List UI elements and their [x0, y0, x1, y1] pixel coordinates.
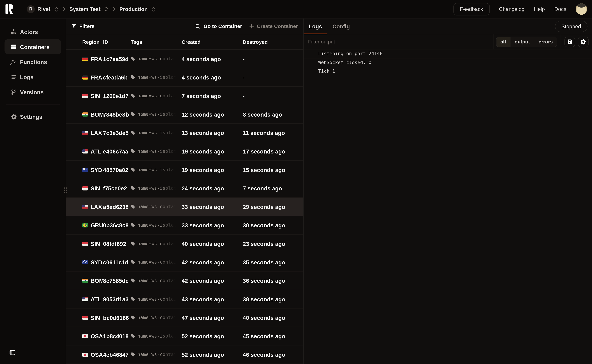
created-text: 43 seconds ago — [181, 296, 224, 302]
tab-config[interactable]: Config — [327, 19, 355, 34]
tags-cell: name=ws-isolate — [131, 186, 182, 191]
sidebar-collapse-icon[interactable] — [9, 350, 15, 356]
region-cell: SIN — [82, 314, 103, 321]
created-text: 12 seconds ago — [181, 111, 224, 117]
destroyed-text: 45 seconds ago — [243, 333, 285, 339]
table-row[interactable]: SYDc0611c1dname=ws-container42 seconds a… — [66, 253, 303, 272]
breadcrumb-label: Rivet — [37, 6, 50, 12]
tag-text: name=ws-isolate — [137, 222, 177, 228]
container-id-text: c0611c1d — [103, 259, 128, 265]
sidebar-item-versions[interactable]: Versions — [5, 84, 61, 100]
log-settings-button[interactable] — [578, 36, 589, 47]
container-id: 48570a02 — [103, 167, 131, 173]
created-text: 40 seconds ago — [181, 240, 224, 247]
destroyed-cell: - — [243, 56, 303, 62]
table-row[interactable]: OSA1b8c4018name=ws-isolate52 seconds ago… — [66, 327, 303, 345]
status-badge[interactable]: Stopped — [555, 21, 587, 32]
tag-text: name=ws-container — [137, 315, 177, 320]
log-filter-errors[interactable]: errors — [534, 37, 557, 46]
log-filter-all[interactable]: all — [496, 37, 510, 46]
destroyed-cell: 17 seconds ago — [243, 148, 303, 154]
region-cell: GRU — [82, 222, 103, 228]
filter-funnel-icon — [71, 24, 76, 29]
region-code: BOM — [91, 111, 104, 117]
breadcrumb-project-badge: R — [27, 5, 35, 13]
tag-icon — [131, 186, 135, 190]
sidebar-item-label: Versions — [20, 89, 43, 95]
tag-text: name=ws-isolate — [137, 112, 177, 117]
table-row[interactable]: LAX7c3e3de5name=ws-isolate13 seconds ago… — [66, 124, 303, 142]
region-code: SIN — [91, 240, 100, 247]
panel-resize-handle[interactable] — [63, 187, 67, 193]
log-filter-input[interactable] — [304, 34, 493, 49]
table-row[interactable]: SIN1260e1d7name=ws-container7 seconds ag… — [66, 87, 303, 105]
table-row[interactable]: LAXa5ed6238name=ws-container33 seconds a… — [66, 198, 303, 216]
table-row[interactable]: ATL9053d1a3name=ws-container43 seconds a… — [66, 290, 303, 309]
breadcrumb-label: System Test — [69, 6, 100, 12]
table-row[interactable]: BOM8c7585dcname=ws-container42 seconds a… — [66, 272, 303, 290]
sidebar-item-logs[interactable]: Logs — [5, 69, 61, 84]
region-code: SIN — [91, 185, 100, 191]
table-row[interactable]: BOM7348be3bname=ws-isolate12 seconds ago… — [66, 105, 303, 124]
region-code: SYD — [91, 259, 102, 265]
container-id-text: a5ed6238 — [103, 203, 129, 210]
tag-text: name=ws-isolate — [137, 333, 177, 339]
table-row[interactable]: OSA4eb46847name=ws-container52 seconds a… — [66, 345, 303, 364]
save-logs-button[interactable] — [565, 36, 575, 47]
top-link-help[interactable]: Help — [534, 6, 545, 12]
created-cell: 33 seconds ago — [181, 203, 243, 210]
table-row[interactable]: SINbc0d6186name=ws-container47 seconds a… — [66, 309, 303, 327]
user-avatar[interactable] — [576, 3, 587, 15]
filters-button[interactable]: Filters — [71, 23, 94, 29]
container-id-text: 48570a02 — [103, 167, 128, 173]
container-id: 7348be3b — [103, 111, 131, 117]
sidebar-item-containers[interactable]: Containers — [5, 39, 61, 54]
table-row[interactable]: FRAcfeada6bname=ws-isolate4 seconds ago- — [66, 68, 303, 87]
tag-text: name=ws-container — [137, 278, 177, 283]
region-flag-jp-icon — [82, 352, 88, 357]
breadcrumb-item[interactable]: Production — [120, 6, 156, 12]
search-icon — [195, 24, 201, 29]
table-row[interactable]: SINf75ce0e2name=ws-isolate24 seconds ago… — [66, 179, 303, 198]
created-cell: 19 seconds ago — [181, 148, 243, 154]
region-flag-us-icon — [82, 149, 88, 153]
tags-cell: name=ws-container — [131, 93, 182, 98]
top-link-changelog[interactable]: Changelog — [499, 6, 525, 12]
table-row[interactable]: SIN08fdf892name=ws-container40 seconds a… — [66, 234, 303, 253]
tab-logs[interactable]: Logs — [304, 19, 327, 34]
region-code: OSA — [91, 333, 103, 339]
region-code: LAX — [91, 203, 102, 210]
table-row[interactable]: FRA1c7aa59dname=ws-container4 seconds ag… — [66, 50, 303, 68]
feedback-button[interactable]: Feedback — [453, 3, 490, 15]
region-flag-sg-icon — [82, 315, 88, 319]
breadcrumb: RRivetSystem TestProduction — [27, 5, 156, 13]
top-link-docs[interactable]: Docs — [554, 6, 566, 12]
caret-sort-icon[interactable] — [104, 6, 108, 12]
caret-sort-icon[interactable] — [54, 6, 59, 12]
tag-icon — [131, 260, 135, 264]
sidebar-item-actors[interactable]: Actors — [5, 24, 61, 39]
breadcrumb-item[interactable]: System Test — [69, 6, 108, 12]
table-row[interactable]: GRU0b36c8c8name=ws-isolate33 seconds ago… — [66, 216, 303, 235]
tags-cell: name=ws-container — [131, 260, 182, 265]
tags-cell: name=ws-container — [131, 352, 182, 357]
logs-tabbar: LogsConfig Stopped — [304, 19, 592, 34]
region-flag-jp-icon — [82, 334, 88, 338]
rivet-logo-icon[interactable] — [5, 4, 13, 14]
created-cell: 19 seconds ago — [181, 167, 243, 173]
sidebar-item-functions[interactable]: ƒ(x)Functions — [5, 54, 61, 69]
create-container-button[interactable]: Create Container — [249, 23, 298, 29]
log-filter-output[interactable]: output — [510, 37, 534, 46]
destroyed-text: 23 seconds ago — [243, 240, 285, 247]
created-text: 7 seconds ago — [181, 92, 221, 99]
table-row[interactable]: ATLe406c7aaname=ws-isolate19 seconds ago… — [66, 142, 303, 161]
created-text: 4 seconds ago — [181, 74, 221, 80]
breadcrumb-item[interactable]: RRivet — [27, 5, 59, 13]
caret-sort-icon[interactable] — [152, 6, 156, 12]
sidebar-item-settings[interactable]: Settings — [5, 109, 61, 124]
table-row[interactable]: SYD48570a02name=ws-isolate19 seconds ago… — [66, 161, 303, 179]
filters-bar: Filters Go to Container — [66, 19, 303, 34]
go-to-container-button[interactable]: Go to Container — [195, 23, 242, 29]
tag-icon — [131, 223, 135, 227]
created-cell: 13 seconds ago — [181, 130, 243, 136]
